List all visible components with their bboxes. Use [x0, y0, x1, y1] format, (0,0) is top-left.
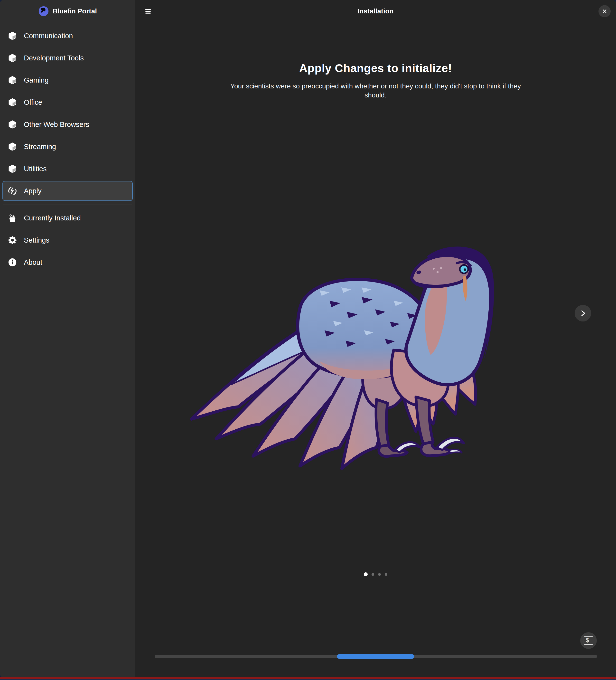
horizontal-scrollbar[interactable] — [155, 655, 597, 658]
carousel-title: Apply Changes to initialize! — [135, 61, 616, 75]
sidebar-item-label: About — [24, 258, 42, 266]
sidebar-header: Bluefin Portal — [0, 0, 135, 22]
terminal-button[interactable]: $_ — [580, 632, 597, 649]
settings-icon — [8, 235, 17, 245]
carousel-next-button[interactable] — [575, 305, 591, 321]
content-header: Installation — [135, 0, 616, 22]
carousel-dot-2[interactable] — [372, 573, 374, 576]
feathered-raptor-illustration — [172, 227, 547, 481]
package-icon — [8, 98, 17, 107]
sidebar-item-label: Development Tools — [24, 54, 84, 62]
app-window: Bluefin Portal Communication Development… — [0, 0, 616, 677]
sidebar-item-label: Settings — [24, 236, 50, 244]
package-icon — [8, 53, 17, 63]
content-pane: Installation Apply Changes to initialize… — [135, 0, 616, 677]
carousel-dot-4[interactable] — [385, 573, 387, 576]
sidebar-item-apply[interactable]: Apply — [2, 181, 133, 201]
desktop-edge-red — [0, 677, 616, 679]
carousel-dot-1[interactable] — [364, 572, 368, 576]
sidebar-item-currently-installed[interactable]: Currently Installed — [2, 208, 133, 228]
apply-icon — [8, 186, 17, 196]
sidebar-item-other-web-browsers[interactable]: Other Web Browsers — [2, 114, 133, 135]
about-icon — [8, 258, 17, 267]
carousel-dot-3[interactable] — [378, 573, 381, 576]
sidebar-item-label: Communication — [24, 32, 73, 40]
sidebar-item-communication[interactable]: Communication — [2, 26, 133, 46]
sidebar-divider — [3, 205, 132, 205]
terminal-icon: $_ — [584, 636, 593, 645]
sidebar-item-label: Currently Installed — [24, 214, 81, 222]
sidebar-item-settings[interactable]: Settings — [2, 230, 133, 250]
chevron-right-icon — [579, 309, 587, 317]
installed-icon — [8, 214, 17, 223]
sidebar-item-streaming[interactable]: Streaming — [2, 137, 133, 157]
close-icon[interactable] — [598, 5, 611, 17]
package-icon — [8, 142, 17, 151]
sidebar-item-label: Office — [24, 98, 42, 107]
sidebar-nav: Communication Development Tools Gaming O… — [0, 22, 135, 203]
sidebar-item-about[interactable]: About — [2, 252, 133, 272]
sidebar-item-label: Gaming — [24, 76, 49, 84]
sidebar-item-office[interactable]: Office — [2, 92, 133, 112]
package-icon — [8, 164, 17, 173]
sidebar-item-gaming[interactable]: Gaming — [2, 70, 133, 90]
carousel-dots — [135, 570, 616, 578]
carousel-subtitle: Your scientists were so preoccupied with… — [225, 82, 527, 100]
sidebar-item-label: Other Web Browsers — [24, 120, 89, 129]
carousel-text: Apply Changes to initialize! Your scient… — [135, 61, 616, 100]
scrollbar-thumb[interactable] — [337, 654, 414, 659]
package-icon — [8, 120, 17, 129]
package-icon — [8, 76, 17, 85]
sidebar-footer-nav: Currently Installed Settings About — [0, 208, 135, 275]
package-icon — [8, 31, 17, 40]
menu-icon[interactable] — [142, 5, 155, 18]
app-title: Bluefin Portal — [53, 7, 97, 15]
page-title: Installation — [135, 7, 616, 15]
sidebar-item-label: Utilities — [24, 165, 47, 173]
sidebar: Bluefin Portal Communication Development… — [0, 0, 135, 677]
sidebar-item-development-tools[interactable]: Development Tools — [2, 48, 133, 68]
sidebar-item-label: Streaming — [24, 143, 56, 151]
sidebar-item-utilities[interactable]: Utilities — [2, 159, 133, 179]
bluefin-logo-icon — [38, 6, 49, 17]
sidebar-item-label: Apply — [24, 187, 41, 195]
